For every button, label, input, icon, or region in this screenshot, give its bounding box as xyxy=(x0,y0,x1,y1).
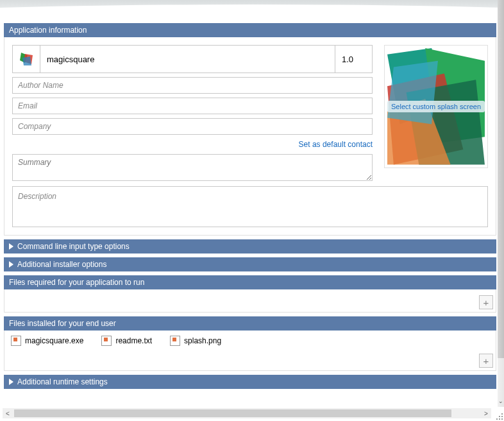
add-installed-file-button[interactable]: + xyxy=(479,354,493,368)
window-decorative-top xyxy=(0,0,504,23)
description-input[interactable]: Description xyxy=(12,186,488,227)
section-title: Files installed for your end user xyxy=(9,319,116,328)
splash-label: Select custom splash screen xyxy=(387,101,485,112)
file-icon xyxy=(101,336,112,346)
section-title: Additional runtime settings xyxy=(17,377,108,386)
app-version-input[interactable] xyxy=(335,45,373,73)
section-header-files-installed: Files installed for your end user xyxy=(4,316,496,331)
app-logo-icon xyxy=(19,51,34,67)
section-title: Command line input type options xyxy=(17,242,130,251)
resize-grip[interactable] xyxy=(495,412,504,421)
email-input[interactable] xyxy=(12,98,373,114)
set-default-contact-link[interactable]: Set as default contact xyxy=(12,139,373,150)
add-required-file-button[interactable]: + xyxy=(479,295,493,309)
file-icon xyxy=(170,336,180,346)
file-name: magicsquare.exe xyxy=(25,336,83,345)
section-title: Additional installer options xyxy=(17,260,106,269)
scroll-right-arrow[interactable]: > xyxy=(481,408,491,418)
app-icon-picker[interactable] xyxy=(12,45,40,73)
file-item[interactable]: magicsquare.exe xyxy=(11,336,83,346)
summary-input[interactable] xyxy=(12,154,373,181)
horizontal-scroll-track[interactable] xyxy=(14,409,480,417)
section-title: Application information xyxy=(9,26,87,35)
files-required-list: + xyxy=(4,289,496,313)
company-input[interactable] xyxy=(12,118,373,135)
scroll-down-arrow[interactable]: ⌄ xyxy=(498,398,504,407)
files-installed-list: magicsquare.exe readme.txt splash.png + xyxy=(4,331,496,371)
section-header-installer[interactable]: Additional installer options xyxy=(4,257,496,271)
chevron-right-icon xyxy=(9,379,13,385)
horizontal-scrollbar[interactable]: < > xyxy=(3,408,491,418)
horizontal-scroll-thumb[interactable] xyxy=(14,409,451,417)
section-header-files-required: Files required for your application to r… xyxy=(4,275,496,289)
file-item[interactable]: readme.txt xyxy=(101,336,152,346)
file-name: readme.txt xyxy=(115,336,152,345)
section-header-runtime[interactable]: Additional runtime settings xyxy=(4,375,496,389)
author-name-input[interactable] xyxy=(12,77,373,94)
vertical-scrollbar[interactable] xyxy=(498,0,504,407)
file-name: splash.png xyxy=(184,336,221,345)
chevron-right-icon xyxy=(9,261,13,268)
vertical-scroll-thumb[interactable] xyxy=(498,0,504,358)
scroll-left-arrow[interactable]: < xyxy=(3,408,13,418)
splash-screen-picker[interactable]: Select custom splash screen xyxy=(384,45,488,168)
chevron-right-icon xyxy=(9,243,13,250)
section-title: Files required for your application to r… xyxy=(9,278,144,287)
svg-marker-8 xyxy=(387,61,438,125)
section-header-app-info: Application information xyxy=(4,23,496,37)
file-item[interactable]: splash.png xyxy=(170,336,221,346)
file-icon xyxy=(11,336,21,346)
app-name-input[interactable] xyxy=(40,45,335,73)
section-header-cmdline[interactable]: Command line input type options xyxy=(4,239,496,253)
svg-marker-2 xyxy=(22,56,31,65)
